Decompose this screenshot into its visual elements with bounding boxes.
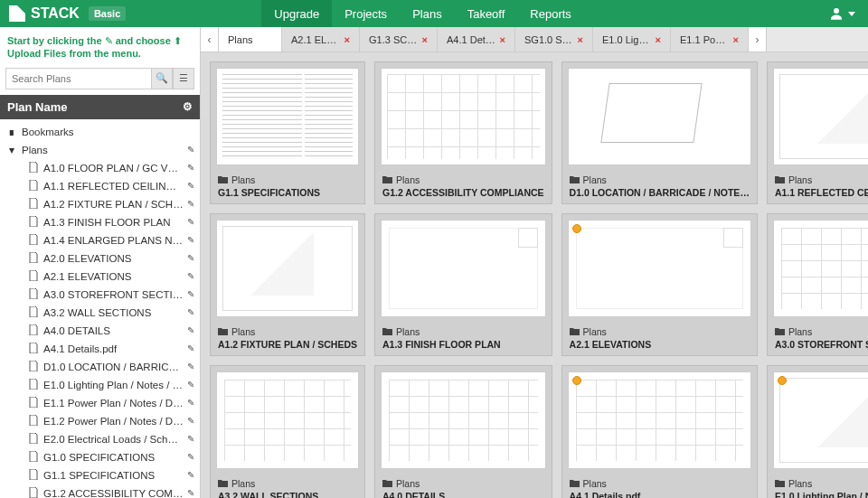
tree-row[interactable]: A3.2 WALL SECTIONS✎ [0,304,200,322]
tree-row[interactable]: E1.1 Power Plan / Notes / Details.pdf✎ [0,394,200,412]
tree-row[interactable]: A2.1 ELEVATIONS✎ [0,268,200,286]
tree-row[interactable]: A1.4 ENLARGED PLANS NOTES✎ [0,231,200,249]
upload-tip: Start by clicking the ✎ and choose ⬆ Upl… [0,27,200,68]
close-icon[interactable]: × [344,34,350,45]
document-tab[interactable]: G1.3 SCHEDULES× [360,27,438,52]
tree-row[interactable]: A4.0 DETAILS✎ [0,322,200,340]
tree-row[interactable]: A1.2 FIXTURE PLAN / SCHEDS✎ [0,195,200,213]
tree-row[interactable]: A1.1 REFLECTED CEILING PLAN / DE…✎ [0,177,200,195]
tree-row[interactable]: G1.2 ACCESSIBILITY COMPLIANCE✎ [0,484,200,498]
plan-card[interactable]: PlansG1.1 SPECIFICATIONS [210,61,365,204]
close-icon[interactable]: × [578,34,583,45]
edit-icon[interactable]: ✎ [187,217,194,227]
logo-icon [9,5,25,22]
document-tab[interactable]: A4.1 Details.pdf× [438,27,515,52]
file-icon [27,216,40,229]
plan-card[interactable]: PlansA1.1 REFLECTED CEILING PLAN / DE… [767,61,868,204]
edit-icon[interactable]: ✎ [187,145,194,155]
close-icon[interactable]: × [656,34,661,45]
nav-plans[interactable]: Plans [400,0,455,27]
card-footer: PlansA2.1 ELEVATIONS [562,323,757,355]
plan-tree: ∎Bookmarks▾Plans✎A1.0 FLOOR PLAN / GC VE… [0,119,200,498]
document-tab[interactable]: E1.1 Power P× [671,27,749,52]
document-tab[interactable]: E1.0 Lighting Pla× [593,27,671,52]
edit-icon[interactable]: ✎ [187,271,194,281]
card-title: A1.3 FINISH FLOOR PLAN [382,339,544,350]
edit-icon[interactable]: ✎ [187,163,194,173]
tree-row[interactable]: A1.3 FINISH FLOOR PLAN✎ [0,213,200,231]
tree-label: A2.0 ELEVATIONS [43,253,184,264]
edit-icon[interactable]: ✎ [187,398,194,408]
edit-icon[interactable]: ✎ [187,416,194,426]
plan-card[interactable]: PlansA1.3 FINISH FLOOR PLAN [374,213,552,356]
edit-icon[interactable]: ✎ [187,470,194,480]
tree-row[interactable]: D1.0 LOCATION / BARRICADE / NOTE…✎ [0,358,200,376]
plan-thumbnail [773,68,868,165]
tab-scroll-right[interactable]: › [749,27,767,52]
tree-row[interactable]: E1.0 Lighting Plan / Notes / Details.pdf… [0,376,200,394]
close-icon[interactable]: × [733,34,739,45]
document-tab[interactable]: A2.1 ELEVATIONS× [282,27,360,52]
search-button[interactable]: 🔍 [151,68,173,89]
edit-icon[interactable]: ✎ [187,380,194,390]
plan-card[interactable]: PlansD1.0 LOCATION / BARRICADE / NOTE… [561,61,758,204]
logo[interactable]: STACK Basic [0,5,135,22]
tree-row[interactable]: A4.1 Details.pdf✎ [0,340,200,358]
search-input[interactable] [5,68,151,89]
tree-row[interactable]: G1.0 SPECIFICATIONS✎ [0,448,200,466]
edit-icon[interactable]: ✎ [187,343,194,353]
tree-label: Bookmarks [22,127,194,137]
nav-projects[interactable]: Projects [332,0,400,27]
tree-row[interactable]: G1.1 SPECIFICATIONS✎ [0,466,200,484]
card-crumb: Plans [583,174,607,185]
plan-card[interactable]: PlansA3.2 WALL SECTIONS [210,365,365,498]
panel-header: Plan Name ⚙ [0,95,200,119]
file-icon [27,324,40,337]
tree-row[interactable]: ∎Bookmarks [0,123,200,141]
tree-row[interactable]: A3.0 STOREFRONT SECTIONS✎ [0,286,200,304]
tree-row[interactable]: E2.0 Electrical Loads / Scheds.pdf✎ [0,430,200,448]
nav-reports[interactable]: Reports [517,0,584,27]
edit-icon[interactable]: ✎ [187,199,194,209]
plan-thumbnail [381,68,546,165]
tab-scroll-left[interactable]: ‹ [201,27,219,52]
close-icon[interactable]: × [500,34,505,45]
edit-icon[interactable]: ✎ [187,452,194,462]
gear-icon[interactable]: ⚙ [183,100,193,113]
tree-row[interactable]: A1.0 FLOOR PLAN / GC VERIFIC. NOT…✎ [0,159,200,177]
tree-row[interactable]: A2.0 ELEVATIONS✎ [0,249,200,268]
file-icon [27,198,40,211]
edit-icon[interactable]: ✎ [187,362,194,371]
edit-icon[interactable]: ✎ [187,488,194,498]
menu-icon: ☰ [179,72,188,84]
plan-thumbnail [568,220,751,317]
search-menu-button[interactable]: ☰ [173,68,194,89]
plan-card[interactable]: PlansA3.0 STOREFRONT SECTIONS [767,213,868,356]
edit-icon[interactable]: ✎ [187,289,194,299]
tree-row[interactable]: ▾Plans✎ [0,141,200,159]
tab-plans-main[interactable]: Plans [219,27,282,52]
edit-icon[interactable]: ✎ [187,325,194,335]
edit-icon[interactable]: ✎ [187,307,194,317]
user-menu[interactable] [816,5,868,22]
file-icon [27,343,40,355]
close-icon[interactable]: × [422,34,428,45]
edit-icon[interactable]: ✎ [187,434,194,444]
folder-icon [775,174,785,185]
nav-takeoff[interactable]: Takeoff [455,0,518,27]
plan-card[interactable]: PlansA4.1 Details.pdf [561,365,758,498]
plan-card[interactable]: PlansG1.2 ACCESSIBILITY COMPLIANCE [374,61,552,204]
edit-icon[interactable]: ✎ [187,235,194,245]
status-dot-icon [778,376,787,385]
nav-upgrade[interactable]: Upgrade [261,0,332,27]
edit-icon[interactable]: ✎ [187,181,194,191]
plan-card[interactable]: PlansA4.0 DETAILS [374,365,552,498]
plan-card[interactable]: PlansA1.2 FIXTURE PLAN / SCHEDS [210,213,365,356]
edit-icon[interactable]: ✎ [187,253,194,263]
panel-title: Plan Name [7,100,67,114]
plan-card[interactable]: PlansA2.1 ELEVATIONS [561,213,758,356]
plan-card[interactable]: PlansE1.0 Lighting Plan / Notes / Detail… [767,365,868,498]
tree-row[interactable]: E1.2 Power Plan / Notes / Details.pdf✎ [0,412,200,430]
document-tab[interactable]: SG1.0 Sign - Grap× [515,27,593,52]
card-title: A2.1 ELEVATIONS [570,339,750,350]
